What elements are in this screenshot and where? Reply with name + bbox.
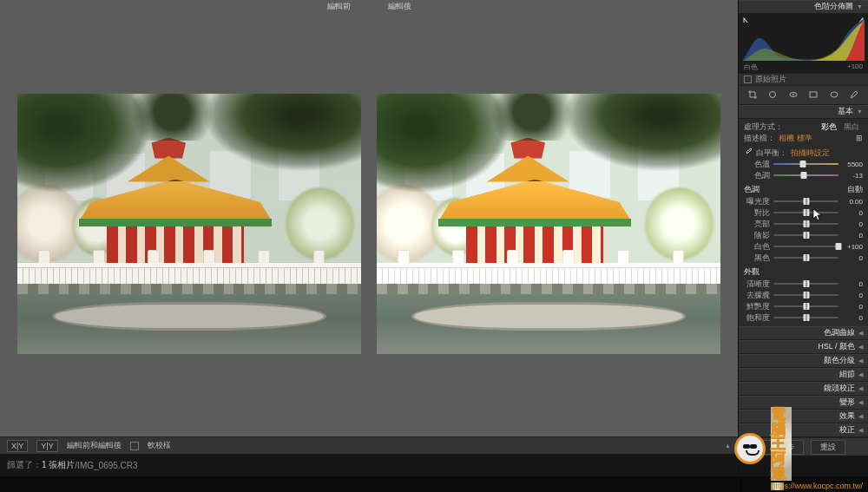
profile-dropdown[interactable]: 相機 標準 — [779, 133, 812, 144]
after-label: 編輯後 — [386, 1, 412, 12]
watermark-title: 電腦王阿達 — [771, 407, 791, 481]
wb-row: 白平衡： 拍攝時設定 — [744, 148, 863, 159]
texture-slider[interactable] — [773, 283, 838, 285]
color-grading-header[interactable]: 顏色分級◀ — [739, 354, 868, 368]
secondary-toolbar: X|Y Y|Y 編輯前和編輯後 軟校樣 ▲ — [0, 436, 738, 454]
soft-proof-label: 軟校樣 — [148, 440, 171, 451]
presence-section-header: 外觀 — [744, 266, 863, 279]
photo-after-pane[interactable] — [377, 36, 720, 410]
blacks-slider[interactable] — [773, 257, 838, 259]
temp-value[interactable]: 5500 — [842, 161, 863, 168]
lens-header[interactable]: 鏡頭校正◀ — [739, 382, 868, 396]
status-prefix: 篩選了： — [7, 459, 42, 471]
status-bar: 篩選了： 1 張相片 /IMG_0695.CR3 — [0, 454, 738, 476]
before-label: 編輯前 — [326, 1, 352, 12]
status-count: 1 張相片 — [42, 459, 75, 471]
watermark: 電腦王阿達 https://www.kocpc.com.tw/ — [734, 407, 863, 490]
eyedropper-icon[interactable] — [744, 148, 753, 158]
svg-point-0 — [770, 92, 776, 98]
original-photo-toggle[interactable]: 原始照片 — [739, 74, 868, 86]
radial-tool-icon[interactable] — [827, 88, 841, 102]
photo-before-pane[interactable] — [17, 36, 361, 410]
svg-rect-3 — [810, 92, 817, 97]
profile-row[interactable]: 描述檔： 相機 標準 ⊞ — [744, 133, 863, 144]
photo-before — [17, 94, 361, 354]
treatment-bw[interactable]: 黑白 — [840, 121, 863, 133]
compare-header: 編輯前 編輯後 — [0, 0, 738, 12]
contrast-slider[interactable] — [773, 212, 838, 213]
watermark-url: https://www.kocpc.com.tw/ — [771, 482, 784, 490]
vibrance-slider[interactable] — [773, 305, 838, 307]
detail-header[interactable]: 細節◀ — [739, 368, 868, 382]
clarity-slider[interactable] — [773, 294, 838, 296]
svg-point-4 — [831, 92, 838, 97]
filmstrip-collapsed[interactable] — [0, 476, 738, 492]
tone-section-header: 色調 自動 — [744, 184, 863, 196]
spot-tool-icon[interactable] — [766, 88, 779, 102]
basic-panel: 處理方式： 彩色 黑白 描述檔： 相機 標準 ⊞ 白平衡： 拍攝時設定 色溫 5… — [739, 119, 868, 326]
brush-tool-icon[interactable] — [847, 88, 861, 102]
profile-browser-icon[interactable]: ⊞ — [856, 134, 863, 142]
tone-curve-header[interactable]: 色調曲線◀ — [739, 326, 868, 340]
tint-value[interactable]: -13 — [842, 172, 863, 180]
whites-slider[interactable] — [773, 246, 838, 247]
hsl-header[interactable]: HSL / 顏色◀ — [739, 340, 868, 354]
local-tools-strip — [739, 86, 868, 105]
gradient-tool-icon[interactable] — [806, 88, 820, 102]
compare-yy-button[interactable]: Y|Y — [36, 440, 57, 452]
treatment-color[interactable]: 彩色 — [818, 121, 840, 133]
compare-xy-button[interactable]: X|Y — [7, 440, 28, 452]
crop-tool-icon[interactable] — [746, 88, 760, 102]
toolbar-caret-icon[interactable]: ▲ — [725, 443, 731, 449]
wb-dropdown[interactable]: 拍攝時設定 — [791, 148, 830, 159]
histogram[interactable]: 白色+100 — [739, 14, 868, 74]
basic-panel-header[interactable]: 基本▼ — [739, 105, 868, 119]
status-filename: /IMG_0695.CR3 — [75, 461, 137, 470]
tint-slider-row: 色調 -13 — [744, 170, 863, 181]
histogram-graph-icon — [742, 17, 865, 61]
svg-point-2 — [792, 94, 794, 95]
temp-slider-row: 色溫 5500 — [744, 159, 863, 170]
main-area: 編輯前 編輯後 — [0, 0, 738, 492]
photo-after — [377, 94, 720, 354]
exposure-slider[interactable] — [773, 200, 838, 202]
hist-readout-value: +100 — [847, 62, 863, 72]
auto-tone-button[interactable]: 自動 — [847, 184, 863, 195]
histogram-header[interactable]: 色階分佈圖▼ — [739, 0, 868, 14]
redeye-tool-icon[interactable] — [786, 88, 800, 102]
soft-proof-checkbox[interactable] — [130, 442, 139, 450]
watermark-face-icon — [734, 433, 766, 464]
shadows-slider[interactable] — [773, 234, 838, 236]
checkbox-icon — [744, 75, 752, 83]
compare-mode-label[interactable]: 編輯前和編輯後 — [67, 440, 122, 451]
highlights-slider[interactable] — [773, 223, 838, 225]
saturation-slider[interactable] — [773, 317, 838, 318]
treatment-row: 處理方式： 彩色 黑白 — [744, 121, 863, 133]
temp-slider[interactable] — [773, 163, 838, 165]
hist-readout-label: 白色 — [744, 62, 758, 72]
tint-slider[interactable] — [773, 174, 838, 176]
canvas-area[interactable] — [0, 12, 738, 436]
